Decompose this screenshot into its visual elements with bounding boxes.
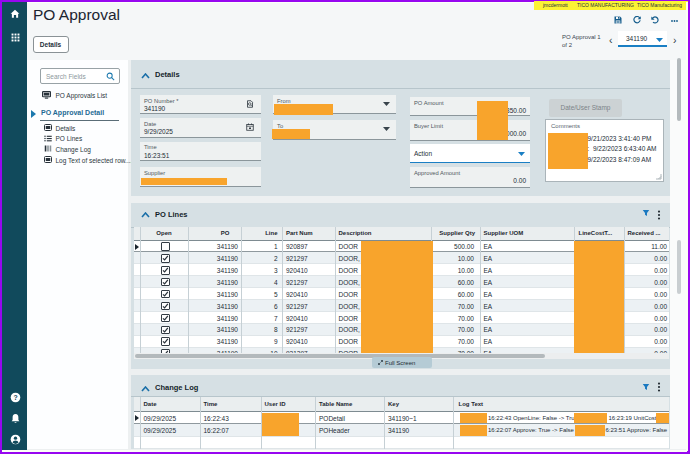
svg-text:?: ? bbox=[13, 394, 17, 401]
